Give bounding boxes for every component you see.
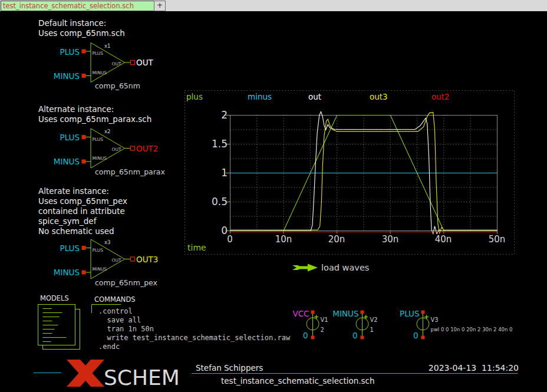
note3-line2[interactable]: Uses comp_65nm_pex	[38, 197, 127, 206]
pin-minus[interactable]	[82, 271, 86, 275]
comparator-instance-x2[interactable]: PLUS MINUS OUT2 PLUS MINUS OUT x2 comp_6…	[54, 129, 165, 176]
pin-name-minus: MINUS	[93, 70, 107, 75]
spice-code-line[interactable]: tran 1n 50n	[98, 325, 154, 334]
gnd-label[interactable]: 0	[413, 331, 419, 340]
net-label-minus[interactable]: MINUS	[54, 268, 80, 277]
net-label-plus[interactable]: PLUS	[60, 133, 80, 142]
source-value[interactable]: 2	[321, 327, 324, 333]
pin-name-plus: PLUS	[93, 51, 104, 56]
author-name[interactable]: Stefan Schippers	[196, 364, 263, 373]
pin-plus[interactable]	[82, 246, 86, 250]
vsource-v3[interactable]: + PLUS V3 pwl 0 0 10n 0 20n 2 30n 2 40n …	[400, 309, 512, 340]
x-tick-label: 10n	[275, 235, 292, 245]
note3-line4[interactable]: spice_sym_def	[38, 217, 96, 226]
pin-out[interactable]	[131, 146, 135, 150]
y-tick-label: 1.5	[206, 139, 228, 150]
net-label-out[interactable]: OUT3	[136, 255, 158, 264]
x-tick-label: 20n	[328, 235, 345, 245]
y-tick-label: 2	[206, 110, 228, 121]
pin-bottom[interactable]	[421, 336, 425, 340]
datetime[interactable]: 2023-04-13 11:54:20	[413, 363, 519, 373]
instance-designator[interactable]: x1	[104, 43, 110, 49]
pin-out[interactable]	[131, 257, 135, 261]
spice-code-line[interactable]: save all	[98, 317, 141, 325]
spice-code-line[interactable]: .endc	[98, 343, 120, 351]
xschem-logo-x	[67, 360, 104, 387]
launcher-arrow-icon[interactable]	[292, 264, 318, 272]
schematic-filename[interactable]: test_instance_schematic_selection.sch	[221, 377, 375, 386]
load-waves-label[interactable]: load waves	[321, 263, 369, 273]
vsource-v2[interactable]: + MINUS V2 1 0	[332, 309, 377, 340]
net-label-out[interactable]: OUT	[136, 58, 154, 67]
source-value[interactable]: 1	[370, 327, 374, 333]
symbol-name[interactable]: comp_65nm	[95, 81, 140, 90]
x-tick-label: 30n	[382, 235, 399, 245]
x-tick-label: 50n	[489, 235, 506, 245]
symbol-name[interactable]: comp_65nm_pex	[95, 278, 157, 287]
legend-plus[interactable]: plus	[186, 93, 203, 102]
plus-sign: +	[363, 313, 368, 321]
net-label[interactable]: PLUS	[400, 309, 419, 318]
note1-line2[interactable]: Uses comp_65nm.sch	[38, 29, 125, 38]
net-label[interactable]: VCC	[292, 309, 309, 318]
legend-out[interactable]: out	[308, 93, 321, 102]
note3-line1[interactable]: Alterate instance:	[38, 187, 109, 196]
gnd-label[interactable]: 0	[352, 331, 358, 340]
plot-grid	[226, 116, 497, 234]
instance-designator[interactable]: x2	[104, 129, 110, 134]
note3-line3[interactable]: contained in attribute	[38, 207, 125, 216]
pin-name-out: OUT	[112, 61, 121, 67]
symbol-name[interactable]: comp_65nm_parax	[95, 167, 165, 176]
legend-out2[interactable]: out2	[431, 93, 450, 102]
x-tick-label: 40n	[435, 235, 452, 245]
plus-sign: +	[424, 313, 429, 321]
plus-sign: +	[314, 313, 319, 321]
pin-minus[interactable]	[82, 160, 86, 164]
legend-minus[interactable]: minus	[248, 93, 272, 102]
note3-line5[interactable]: No schematic used	[38, 227, 114, 236]
source-value[interactable]: pwl 0 0 10n 0 20n 2 30n 2 40n 0	[431, 327, 513, 332]
note1-line1[interactable]: Default instance:	[38, 19, 106, 28]
net-label-minus[interactable]: MINUS	[54, 157, 80, 166]
spice-code-line[interactable]: .control	[98, 308, 133, 316]
y-tick-label: 0.5	[206, 196, 228, 208]
pin-name-minus: MINUS	[93, 156, 107, 161]
x-axis-label: time	[187, 243, 206, 252]
commands-label[interactable]: COMMANDS	[94, 296, 136, 304]
pin-out[interactable]	[131, 61, 135, 65]
y-tick-label: 1	[206, 167, 228, 179]
net-label-plus[interactable]: PLUS	[60, 243, 80, 253]
source-name[interactable]: V2	[370, 317, 378, 323]
gnd-label[interactable]: 0	[303, 331, 308, 340]
pin-bottom[interactable]	[311, 336, 315, 340]
models-label[interactable]: MODELS	[40, 295, 69, 302]
source-name[interactable]: V1	[321, 317, 328, 323]
net-label-minus[interactable]: MINUS	[54, 71, 80, 81]
source-name[interactable]: V3	[431, 317, 439, 323]
pin-plus[interactable]	[82, 50, 86, 54]
comparator-instance-x3[interactable]: PLUS MINUS OUT3 PLUS MINUS OUT x3 comp_6…	[54, 239, 159, 287]
legend-out3[interactable]: out3	[370, 93, 388, 102]
x-tick-label: 0	[227, 235, 233, 245]
pin-name-out: OUT	[112, 147, 121, 152]
pin-minus[interactable]	[82, 74, 86, 78]
pin-name-out: OUT	[112, 258, 121, 263]
net-label[interactable]: MINUS	[332, 309, 358, 318]
pin-name-plus: PLUS	[93, 248, 104, 253]
net-label-plus[interactable]: PLUS	[60, 47, 80, 57]
y-tick-label: 0	[206, 225, 228, 237]
logo-schem-text: SCHEM	[104, 365, 180, 390]
pin-bottom[interactable]	[361, 336, 364, 340]
models-icon[interactable]	[38, 305, 80, 350]
pin-plus[interactable]	[82, 135, 86, 139]
pin-name-minus: MINUS	[93, 266, 107, 272]
note2-line2[interactable]: Uses comp_65nm_parax.sch	[38, 115, 151, 124]
note2-line1[interactable]: Alternate instance:	[38, 105, 114, 114]
comparator-instance-x1[interactable]: PLUS MINUS OUT PLUS MINUS OUT x1 comp_65…	[54, 43, 154, 91]
vsource-v1[interactable]: + VCC V1 2 0	[292, 309, 328, 340]
instance-designator[interactable]: x3	[104, 239, 110, 245]
spice-code-line[interactable]: write test_instance_schematic_selection.…	[98, 334, 290, 342]
pin-name-plus: PLUS	[93, 137, 104, 142]
net-label-out[interactable]: OUT2	[136, 144, 158, 153]
